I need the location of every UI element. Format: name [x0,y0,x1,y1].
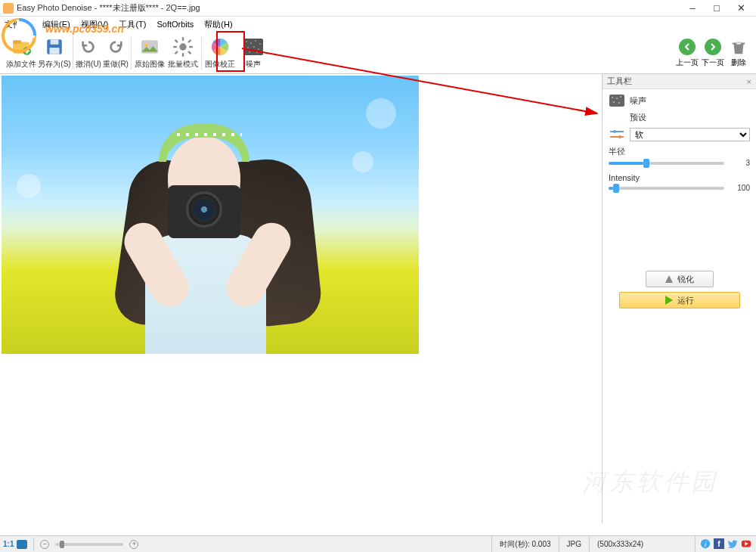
fit-screen-icon[interactable] [17,540,27,549]
svg-point-21 [255,40,256,42]
facebook-icon[interactable]: f [712,538,726,550]
svg-rect-5 [50,48,60,54]
maximize-button[interactable]: □ [705,1,729,16]
svg-point-24 [253,46,255,48]
next-label: 下一页 [702,57,724,68]
svg-rect-15 [175,51,178,54]
color-wheel-icon [209,36,231,58]
gear-icon [172,36,194,58]
panel-close-icon[interactable]: × [747,77,751,86]
svg-point-38 [618,135,621,138]
undo-icon [77,36,100,58]
add-file-label: 添加文件 [6,59,36,70]
prev-label: 上一页 [676,57,699,68]
image-icon [138,36,161,58]
svg-rect-4 [51,39,59,45]
svg-point-27 [256,51,258,53]
next-arrow-icon [705,39,721,55]
svg-text:f: f [717,539,720,548]
svg-point-32 [620,96,621,98]
time-cell: 时间(秒): 0.003 [491,536,558,553]
dimensions-cell: (500x333x24) [589,536,695,553]
separator [201,36,202,70]
format-cell: JPG [559,536,589,553]
watermark-name: 河东软件园 [582,466,718,499]
titlebar: Easy Photo Denoise - ****未注册版**** - 2Q==… [0,0,756,17]
image-correction-button[interactable]: 图像校正 [203,34,237,72]
panel-title: 工具栏 [607,76,632,87]
intensity-slider[interactable] [609,187,724,190]
radius-value: 3 [727,159,750,167]
noise-button[interactable]: 噪声 [237,34,270,72]
redo-icon [104,36,127,58]
svg-rect-11 [173,46,177,48]
svg-rect-13 [175,39,178,43]
original-label: 原始图像 [135,59,165,70]
svg-rect-9 [182,37,184,41]
svg-rect-29 [609,95,624,107]
svg-point-36 [613,130,616,133]
zoom-ratio[interactable]: 1:1 [3,540,14,548]
watermark-url: www.pc0359.cn [45,23,124,35]
zoom-slider[interactable] [55,543,123,546]
sharpen-label: 锐化 [677,274,694,285]
tool-panel: 工具栏 × 噪声 预设 软 半径 [602,74,756,523]
panel-header: 工具栏 × [603,74,756,89]
svg-rect-16 [187,39,191,43]
noise-icon [242,36,265,58]
zoom-out-button[interactable]: − [40,540,49,549]
toolbar: 添加文件 另存为(S) 撤消(U) 重做(R) 原始图像 批量模式 [0,32,756,74]
prev-page-button[interactable]: 上一页 [674,34,700,72]
twitter-icon[interactable] [726,538,739,550]
svg-point-22 [259,43,261,45]
save-icon [43,36,66,58]
svg-point-33 [613,101,615,103]
menu-softorbits[interactable]: SoftOrbits [155,20,195,29]
svg-point-31 [616,98,618,99]
svg-point-19 [246,41,247,42]
preset-select[interactable]: 软 [630,128,750,141]
window-title: Easy Photo Denoise - ****未注册版**** - 2Q==… [17,2,680,14]
svg-point-7 [145,44,148,47]
close-button[interactable]: ✕ [729,1,753,16]
batch-mode-button[interactable]: 批量模式 [166,34,200,72]
redo-button[interactable]: 重做(R) [102,34,129,72]
save-as-label: 另存为(S) [38,59,70,70]
svg-point-23 [247,47,249,48]
preset-label: 预设 [630,112,646,123]
intensity-value: 100 [727,184,750,192]
run-label: 运行 [677,295,694,306]
run-button[interactable]: 运行 [619,292,740,309]
svg-point-25 [258,48,259,50]
svg-point-30 [612,97,613,98]
next-page-button[interactable]: 下一页 [700,34,726,72]
image-canvas[interactable] [0,74,602,523]
svg-point-8 [179,43,186,50]
sharpen-button[interactable]: 锐化 [646,271,714,287]
minimize-button[interactable]: – [680,1,705,16]
undo-button[interactable]: 撤消(U) [75,34,102,72]
correction-label: 图像校正 [205,59,235,70]
batch-label: 批量模式 [168,59,198,70]
svg-rect-10 [182,53,184,57]
intensity-label: Intensity [609,173,750,182]
youtube-icon[interactable] [739,538,753,550]
preview-image [2,76,419,354]
svg-rect-12 [189,46,193,48]
svg-point-34 [618,102,620,104]
save-as-button[interactable]: 另存为(S) [38,34,71,72]
info-icon[interactable]: i [699,538,712,550]
content-area: 工具栏 × 噪声 预设 软 半径 [0,74,756,523]
toolbar-right: 上一页 下一页 删除 [674,32,751,74]
svg-rect-14 [187,51,191,54]
run-arrow-icon [665,296,673,305]
zoom-in-button[interactable]: + [129,540,138,549]
delete-button[interactable]: 删除 [726,34,751,72]
separator [131,36,132,70]
original-image-button[interactable]: 原始图像 [133,34,166,72]
undo-label: 撤消(U) [76,59,101,70]
noise-small-icon [609,94,625,107]
menu-help[interactable]: 帮助(H) [203,19,234,30]
radius-slider[interactable] [609,162,724,165]
redo-label: 重做(R) [103,59,129,70]
